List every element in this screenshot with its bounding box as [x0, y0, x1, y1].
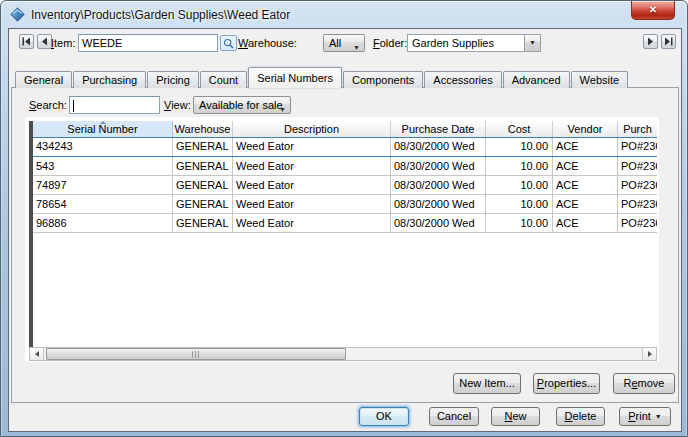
cell-purchase-date: 08/30/2000 Wed — [391, 214, 486, 232]
cell-description: Weed Eator — [233, 157, 391, 175]
row-selector-strip[interactable] — [29, 121, 33, 347]
search-input[interactable] — [69, 96, 160, 114]
column-header-serial-number[interactable]: Serial Number — [33, 121, 173, 137]
cell-warehouse: GENERAL — [173, 157, 233, 175]
title-bar[interactable]: Inventory\Products\Garden Supplies\Weed … — [1, 1, 687, 28]
cell-description: Weed Eator — [233, 138, 391, 156]
item-label: Item: — [51, 37, 75, 49]
warehouse-selected-value: All — [329, 37, 341, 49]
tab-advanced[interactable]: Advanced — [503, 71, 570, 88]
column-header-cost[interactable]: Cost — [486, 121, 553, 137]
chevron-down-icon: ▼ — [279, 102, 286, 118]
table-row[interactable]: 434243GENERALWeed Eator08/30/2000 Wed10.… — [33, 137, 657, 157]
view-select[interactable]: Available for sale ▼ — [193, 96, 291, 114]
column-header-purchase-date[interactable]: Purchase Date — [391, 121, 486, 137]
folder-dropdown-button[interactable]: ▼ — [524, 35, 540, 51]
delete-button[interactable]: Delete — [556, 407, 605, 426]
last-record-button[interactable] — [661, 34, 676, 49]
cell-vendor: ACE — [553, 138, 618, 156]
new-item-button[interactable]: New Item... — [453, 373, 521, 394]
tab-count[interactable]: Count — [200, 71, 247, 88]
folder-select[interactable]: Garden Supplies ▼ — [407, 34, 541, 52]
cell-warehouse: GENERAL — [173, 176, 233, 194]
column-header-description[interactable]: Description — [233, 121, 391, 137]
cell-cost: 10.00 — [486, 214, 553, 232]
cell-serial-number: 74897 — [33, 176, 173, 194]
column-header-label: Cost — [508, 123, 531, 135]
cell-purchase-order: PO#236 — [618, 157, 657, 175]
column-header-label: Purch — [623, 123, 652, 135]
scrollbar-grip-icon — [192, 351, 200, 358]
new-button[interactable]: New — [491, 407, 540, 426]
print-button-label: Print — [628, 410, 651, 422]
next-record-button[interactable] — [643, 34, 658, 49]
scroll-right-button[interactable] — [642, 348, 656, 360]
chevron-down-icon: ▼ — [529, 39, 536, 46]
item-input[interactable]: WEEDE — [78, 34, 218, 52]
ok-button[interactable]: OK — [359, 407, 409, 426]
first-record-button[interactable] — [19, 34, 34, 49]
cell-purchase-date: 08/30/2000 Wed — [391, 138, 486, 156]
window-icon — [10, 7, 25, 22]
cell-description: Weed Eator — [233, 195, 391, 213]
view-label: View: — [164, 99, 191, 111]
column-header-label: Warehouse — [175, 123, 231, 135]
next-record-icon — [646, 37, 655, 46]
tab-general[interactable]: General — [15, 71, 72, 88]
column-header-label: Vendor — [568, 123, 603, 135]
cell-purchase-date: 08/30/2000 Wed — [391, 176, 486, 194]
remove-button[interactable]: Remove — [613, 373, 675, 394]
table-row[interactable]: 96886GENERALWeed Eator08/30/2000 Wed10.0… — [33, 214, 657, 233]
tab-website[interactable]: Website — [571, 71, 629, 88]
column-header-warehouse[interactable]: Warehouse — [173, 121, 233, 137]
cell-purchase-date: 08/30/2000 Wed — [391, 195, 486, 213]
item-search-button[interactable] — [220, 35, 237, 51]
close-button[interactable]: ✕ — [631, 1, 675, 20]
cell-purchase-date: 08/30/2000 Wed — [391, 157, 486, 175]
cell-cost: 10.00 — [486, 138, 553, 156]
print-button[interactable]: Print▼ — [619, 407, 671, 426]
column-header-label: Description — [284, 123, 339, 135]
cell-purchase-order: PO#236 — [618, 214, 657, 232]
cell-description: Weed Eator — [233, 176, 391, 194]
scroll-left-icon — [35, 351, 39, 357]
tab-accessories[interactable]: Accessories — [424, 71, 501, 88]
cell-cost: 10.00 — [486, 157, 553, 175]
table-header-row: Serial NumberWarehouseDescriptionPurchas… — [33, 121, 657, 138]
folder-selected-value: Garden Supplies — [412, 37, 494, 49]
column-header-label: Serial Number — [67, 123, 137, 135]
scrollbar-thumb[interactable] — [46, 348, 346, 360]
table-row[interactable]: 78654GENERALWeed Eator08/30/2000 Wed10.0… — [33, 195, 657, 214]
cell-description: Weed Eator — [233, 214, 391, 232]
chevron-down-icon: ▼ — [353, 40, 360, 56]
cell-serial-number: 78654 — [33, 195, 173, 213]
column-header-vendor[interactable]: Vendor — [553, 121, 618, 137]
table-body: 434243GENERALWeed Eator08/30/2000 Wed10.… — [33, 137, 657, 233]
search-label: Search: — [29, 99, 67, 111]
cell-warehouse: GENERAL — [173, 214, 233, 232]
column-header-label: Purchase Date — [402, 123, 475, 135]
previous-record-button[interactable] — [37, 34, 52, 49]
warehouse-label: Warehouse: — [238, 37, 297, 49]
scroll-left-button[interactable] — [30, 348, 44, 360]
search-icon — [223, 38, 234, 49]
column-header-purchase-order[interactable]: Purch — [618, 121, 657, 137]
cell-purchase-order: PO#236 — [618, 176, 657, 194]
cell-vendor: ACE — [553, 176, 618, 194]
last-record-icon — [664, 37, 673, 46]
cell-purchase-order: PO#236 — [618, 195, 657, 213]
tab-components[interactable]: Components — [343, 71, 423, 88]
table-row[interactable]: 543GENERALWeed Eator08/30/2000 Wed10.00A… — [33, 157, 657, 176]
table-row[interactable]: 74897GENERALWeed Eator08/30/2000 Wed10.0… — [33, 176, 657, 195]
window: Inventory\Products\Garden Supplies\Weed … — [0, 0, 688, 437]
cell-warehouse: GENERAL — [173, 195, 233, 213]
tab-pricing[interactable]: Pricing — [147, 71, 199, 88]
tab-serial-numbers[interactable]: Serial Numbers — [248, 67, 342, 88]
cancel-button[interactable]: Cancel — [429, 407, 479, 426]
warehouse-select[interactable]: All ▼ — [323, 34, 365, 52]
cell-vendor: ACE — [553, 195, 618, 213]
properties-button[interactable]: Properties... — [533, 373, 600, 394]
tab-purchasing[interactable]: Purchasing — [73, 71, 146, 88]
cell-cost: 10.00 — [486, 195, 553, 213]
horizontal-scrollbar[interactable] — [29, 347, 657, 361]
